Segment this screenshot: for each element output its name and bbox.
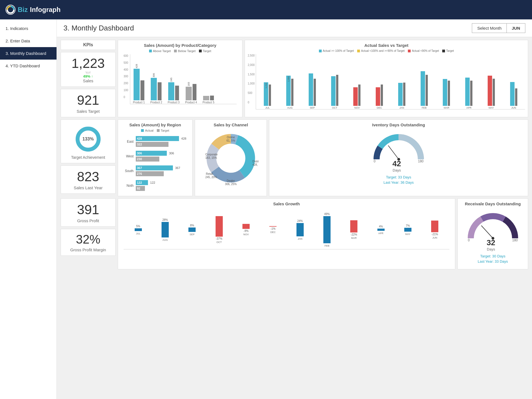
inventory-gauge-svg [371,132,426,162]
gpm-label: Gross Profit Margin [63,247,113,252]
svg-text:Online: Online [227,136,235,139]
product-chart: Sales (Amount) by Product/Category Above… [118,40,242,117]
receivable-gauge-svg [465,211,521,241]
logo-icon [6,5,16,15]
kpi-sales-label: Sales [63,78,113,83]
svg-text:183, 15%: 183, 15% [205,156,217,159]
product-chart-legend: Above Target Below Target Target [121,49,239,53]
svg-text:428, 35%: 428, 35% [252,163,259,166]
select-month-value[interactable]: JUN [507,24,525,33]
kpi-sales-yoy: 49% ↑ [63,74,113,78]
svg-line-19 [388,145,399,159]
dashboard-header: 3. Monthly Dashboard Select Month JUN [57,19,532,37]
logo-infograph: Infograph [30,6,61,14]
inventory-target: Target: 33 Days [386,175,411,179]
product-chart-title: Sales (Amount) by Product/Category [121,43,239,48]
target-achievement-pct: 133% [83,137,94,142]
svg-text:Retail: Retail [206,172,213,175]
sales-last-year-value: 823 [63,169,113,184]
kpi-sales-value: 1,223 [63,56,113,71]
receivable-min: 0 [468,238,470,251]
region-chart-title: Sales (Amount) by Region [121,122,190,127]
inventory-min: 0 [374,159,376,172]
receivable-unit: Days [487,247,495,251]
sidebar-item-enter-data[interactable]: 2. Enter Data [0,35,57,47]
svg-point-8 [217,144,245,172]
sidebar-item-ytd-dashboard[interactable]: 4. YTD Dashboard [0,60,57,72]
avt-chart-legend: Actual >= 100% of Target Actual <100% an… [248,49,525,52]
gross-profit-label: Gross Profit [63,218,113,223]
avt-chart: Actual Sales vs Target Actual >= 100% of… [245,40,528,117]
dashboard-content: KPIs 1,223 YoY 49% ↑ Sales 921 Sales Tar… [57,37,532,274]
logo: Biz Infograph [6,5,61,15]
svg-text:Dealer: Dealer [227,179,235,182]
svg-text:61, 5%: 61, 5% [226,139,235,142]
receivable-gauge-title: Receivale Days Outstanding [461,201,525,206]
region-chart: Sales (Amount) by Region Actual Target E… [118,119,193,196]
dashboard-area: 3. Monthly Dashboard Select Month JUN KP… [57,19,532,399]
receivable-target: Target: 30 Days [480,254,505,258]
region-chart-legend: Actual Target [121,129,190,132]
select-month-label: Select Month [472,24,507,33]
receivable-gauge: Receivale Days Outstanding [457,198,528,269]
receivable-max: 180 [512,238,518,251]
avt-chart-title: Actual Sales vs Target [248,43,525,48]
sidebar-item-monthly-dashboard[interactable]: 3. Monthly Dashboard [0,47,57,60]
sales-last-year-label: Sales Last Year [63,185,113,190]
select-month-wrapper[interactable]: Select Month JUN [472,23,525,33]
page-title: 3. Monthly Dashboard [63,24,134,32]
gross-profit-value: 391 [63,202,113,217]
svg-text:245, 20%: 245, 20% [205,176,217,179]
inventory-lastyear: Last Year: 36 Days [383,180,414,185]
logo-biz: Biz [18,6,28,14]
sidebar: 1. Indicators 2. Enter Data 3. Monthly D… [0,19,57,399]
inventory-gauge: Iventory Days Outstanding [269,119,528,196]
inventory-gauge-title: Iventory Days Outstanding [272,122,525,127]
inventory-unit: Days [393,168,401,172]
channel-chart-title: Sales by Channel [198,122,264,127]
svg-text:306, 25%: 306, 25% [225,183,237,186]
inventory-max: 180 [418,159,423,172]
receivable-lastyear: Last Year: 33 Days [478,259,508,264]
sidebar-item-indicators[interactable]: 1. Indicators [0,22,57,35]
kpi-yoy-label: YoY [63,71,113,74]
channel-chart: Sales by Channel [195,119,267,196]
kpi-target-label: Sales Target [63,109,113,114]
sales-growth-title: Sales Growth [121,201,452,206]
target-achievement-label: Target Achievement [63,155,113,160]
gpm-value: 32% [63,232,113,246]
svg-line-21 [481,226,493,238]
inventory-value: 42 [392,159,401,168]
channel-donut: Online 61, 5% Distributor 428, 35% Deale… [203,131,259,186]
kpi-target-value: 921 [63,93,113,108]
svg-text:Distributor: Distributor [252,160,259,163]
kpi-section-header: KPIs [63,42,113,47]
receivable-value: 32 [487,238,495,247]
svg-text:Corporate: Corporate [205,153,218,156]
sales-growth-chart: Sales Growth 5% JUL [118,198,455,269]
